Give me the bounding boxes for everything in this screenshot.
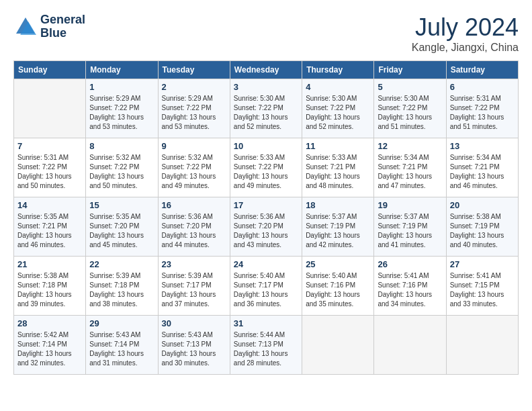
day-info: Sunrise: 5:39 AMSunset: 7:18 PMDaylight:… <box>89 271 154 309</box>
calendar-cell <box>374 316 446 375</box>
day-number: 1 <box>89 82 154 92</box>
calendar-week-row: 7Sunrise: 5:31 AMSunset: 7:22 PMDaylight… <box>14 138 519 197</box>
day-number: 12 <box>378 141 442 151</box>
day-number: 9 <box>162 141 226 151</box>
day-info: Sunrise: 5:37 AMSunset: 7:19 PMDaylight:… <box>378 212 442 250</box>
logo-icon <box>13 15 38 39</box>
day-info: Sunrise: 5:40 AMSunset: 7:16 PMDaylight:… <box>306 271 370 309</box>
calendar-cell: 27Sunrise: 5:41 AMSunset: 7:15 PMDayligh… <box>446 257 518 316</box>
calendar-table: SundayMondayTuesdayWednesdayThursdayFrid… <box>13 60 519 375</box>
day-info: Sunrise: 5:43 AMSunset: 7:13 PMDaylight:… <box>162 330 226 368</box>
day-number: 10 <box>234 141 298 151</box>
weekday-header-cell: Sunday <box>14 61 86 79</box>
weekday-header-cell: Saturday <box>446 61 518 79</box>
day-info: Sunrise: 5:33 AMSunset: 7:21 PMDaylight:… <box>306 153 370 191</box>
calendar-cell: 11Sunrise: 5:33 AMSunset: 7:21 PMDayligh… <box>302 138 374 197</box>
day-info: Sunrise: 5:38 AMSunset: 7:19 PMDaylight:… <box>450 212 515 250</box>
calendar-cell: 17Sunrise: 5:36 AMSunset: 7:20 PMDayligh… <box>230 197 302 257</box>
weekday-header-cell: Thursday <box>302 61 374 79</box>
day-number: 6 <box>450 82 515 92</box>
day-info: Sunrise: 5:34 AMSunset: 7:21 PMDaylight:… <box>450 153 515 191</box>
weekday-header-row: SundayMondayTuesdayWednesdayThursdayFrid… <box>14 61 519 79</box>
day-number: 11 <box>306 141 370 151</box>
calendar-cell: 7Sunrise: 5:31 AMSunset: 7:22 PMDaylight… <box>14 138 86 197</box>
day-number: 21 <box>17 259 82 269</box>
day-number: 23 <box>162 259 226 269</box>
day-number: 5 <box>378 82 442 92</box>
calendar-cell: 30Sunrise: 5:43 AMSunset: 7:13 PMDayligh… <box>158 316 230 375</box>
title-block: July 2024 Kangle, Jiangxi, China <box>412 13 519 54</box>
calendar-cell: 10Sunrise: 5:33 AMSunset: 7:22 PMDayligh… <box>230 138 302 197</box>
calendar-cell: 19Sunrise: 5:37 AMSunset: 7:19 PMDayligh… <box>374 197 446 257</box>
calendar-cell: 16Sunrise: 5:36 AMSunset: 7:20 PMDayligh… <box>158 197 230 257</box>
day-number: 31 <box>234 318 298 328</box>
day-info: Sunrise: 5:36 AMSunset: 7:20 PMDaylight:… <box>234 212 298 250</box>
calendar-cell: 12Sunrise: 5:34 AMSunset: 7:21 PMDayligh… <box>374 138 446 197</box>
weekday-header-cell: Tuesday <box>158 61 230 79</box>
location: Kangle, Jiangxi, China <box>412 42 519 54</box>
day-info: Sunrise: 5:36 AMSunset: 7:20 PMDaylight:… <box>162 212 226 250</box>
weekday-header-cell: Wednesday <box>230 61 302 79</box>
day-number: 26 <box>378 259 442 269</box>
day-info: Sunrise: 5:35 AMSunset: 7:20 PMDaylight:… <box>89 212 154 250</box>
calendar-cell: 2Sunrise: 5:29 AMSunset: 7:22 PMDaylight… <box>158 79 230 138</box>
day-info: Sunrise: 5:30 AMSunset: 7:22 PMDaylight:… <box>234 94 298 132</box>
day-number: 20 <box>450 200 515 210</box>
day-info: Sunrise: 5:31 AMSunset: 7:22 PMDaylight:… <box>17 153 82 191</box>
calendar-cell: 5Sunrise: 5:30 AMSunset: 7:22 PMDaylight… <box>374 79 446 138</box>
day-info: Sunrise: 5:39 AMSunset: 7:17 PMDaylight:… <box>162 271 226 309</box>
day-info: Sunrise: 5:43 AMSunset: 7:14 PMDaylight:… <box>89 330 154 368</box>
day-info: Sunrise: 5:33 AMSunset: 7:22 PMDaylight:… <box>234 153 298 191</box>
day-number: 24 <box>234 259 298 269</box>
day-number: 16 <box>162 200 226 210</box>
day-info: Sunrise: 5:30 AMSunset: 7:22 PMDaylight:… <box>378 94 442 132</box>
logo-text: General Blue <box>40 13 85 40</box>
day-number: 25 <box>306 259 370 269</box>
day-info: Sunrise: 5:31 AMSunset: 7:22 PMDaylight:… <box>450 94 515 132</box>
calendar-cell: 18Sunrise: 5:37 AMSunset: 7:19 PMDayligh… <box>302 197 374 257</box>
calendar-cell: 31Sunrise: 5:44 AMSunset: 7:13 PMDayligh… <box>230 316 302 375</box>
day-number: 30 <box>162 318 226 328</box>
day-info: Sunrise: 5:44 AMSunset: 7:13 PMDaylight:… <box>234 330 298 368</box>
day-info: Sunrise: 5:42 AMSunset: 7:14 PMDaylight:… <box>17 330 82 368</box>
calendar-cell: 20Sunrise: 5:38 AMSunset: 7:19 PMDayligh… <box>446 197 518 257</box>
day-info: Sunrise: 5:30 AMSunset: 7:22 PMDaylight:… <box>306 94 370 132</box>
day-number: 17 <box>234 200 298 210</box>
calendar-cell <box>446 316 518 375</box>
day-info: Sunrise: 5:29 AMSunset: 7:22 PMDaylight:… <box>162 94 226 132</box>
day-info: Sunrise: 5:38 AMSunset: 7:18 PMDaylight:… <box>17 271 82 309</box>
day-number: 14 <box>17 200 82 210</box>
day-number: 3 <box>234 82 298 92</box>
weekday-header-cell: Monday <box>86 61 158 79</box>
day-info: Sunrise: 5:29 AMSunset: 7:22 PMDaylight:… <box>89 94 154 132</box>
page-header: General Blue July 2024 Kangle, Jiangxi, … <box>13 13 519 54</box>
calendar-week-row: 1Sunrise: 5:29 AMSunset: 7:22 PMDaylight… <box>14 79 519 138</box>
calendar-cell: 3Sunrise: 5:30 AMSunset: 7:22 PMDaylight… <box>230 79 302 138</box>
calendar-cell: 14Sunrise: 5:35 AMSunset: 7:21 PMDayligh… <box>14 197 86 257</box>
calendar-cell: 6Sunrise: 5:31 AMSunset: 7:22 PMDaylight… <box>446 79 518 138</box>
day-number: 28 <box>17 318 82 328</box>
calendar-cell: 25Sunrise: 5:40 AMSunset: 7:16 PMDayligh… <box>302 257 374 316</box>
day-info: Sunrise: 5:41 AMSunset: 7:16 PMDaylight:… <box>378 271 442 309</box>
day-number: 7 <box>17 141 82 151</box>
day-number: 27 <box>450 259 515 269</box>
day-number: 22 <box>89 259 154 269</box>
calendar-week-row: 14Sunrise: 5:35 AMSunset: 7:21 PMDayligh… <box>14 197 519 257</box>
weekday-header-cell: Friday <box>374 61 446 79</box>
calendar-week-row: 21Sunrise: 5:38 AMSunset: 7:18 PMDayligh… <box>14 257 519 316</box>
calendar-cell: 29Sunrise: 5:43 AMSunset: 7:14 PMDayligh… <box>86 316 158 375</box>
calendar-cell: 22Sunrise: 5:39 AMSunset: 7:18 PMDayligh… <box>86 257 158 316</box>
day-info: Sunrise: 5:37 AMSunset: 7:19 PMDaylight:… <box>306 212 370 250</box>
calendar-cell: 4Sunrise: 5:30 AMSunset: 7:22 PMDaylight… <box>302 79 374 138</box>
calendar-body: 1Sunrise: 5:29 AMSunset: 7:22 PMDaylight… <box>14 79 519 375</box>
calendar-week-row: 28Sunrise: 5:42 AMSunset: 7:14 PMDayligh… <box>14 316 519 375</box>
calendar-cell: 23Sunrise: 5:39 AMSunset: 7:17 PMDayligh… <box>158 257 230 316</box>
calendar-cell <box>302 316 374 375</box>
logo: General Blue <box>13 13 85 40</box>
calendar-cell: 1Sunrise: 5:29 AMSunset: 7:22 PMDaylight… <box>86 79 158 138</box>
calendar-cell: 9Sunrise: 5:32 AMSunset: 7:22 PMDaylight… <box>158 138 230 197</box>
day-number: 8 <box>89 141 154 151</box>
calendar-cell: 15Sunrise: 5:35 AMSunset: 7:20 PMDayligh… <box>86 197 158 257</box>
calendar-cell <box>14 79 86 138</box>
day-number: 19 <box>378 200 442 210</box>
